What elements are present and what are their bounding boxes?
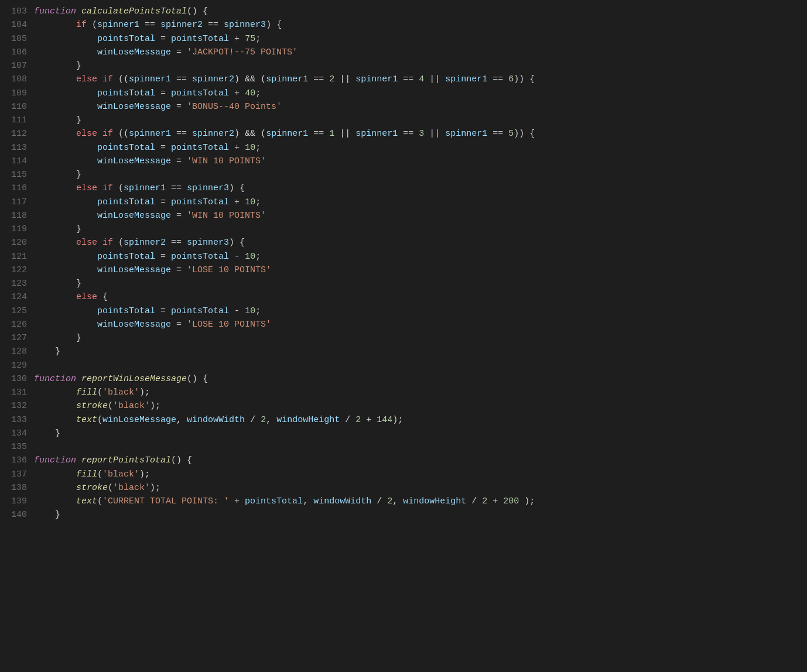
line-number: 105 xyxy=(7,32,27,46)
line-number: 136 xyxy=(7,454,27,467)
line-number: 118 xyxy=(7,209,27,222)
code-line: function reportWinLoseMessage() { xyxy=(34,372,795,386)
line-number: 135 xyxy=(7,440,27,454)
line-number: 106 xyxy=(7,46,27,59)
code-line: text('CURRENT TOTAL POINTS: ' + pointsTo… xyxy=(34,495,795,508)
code-line: } xyxy=(34,331,795,345)
line-number: 119 xyxy=(7,222,27,236)
line-number: 120 xyxy=(7,236,27,249)
line-number: 121 xyxy=(7,250,27,263)
code-line: winLoseMessage = 'BONUS--40 Points' xyxy=(34,100,795,114)
code-line: winLoseMessage = 'WIN 10 POINTS' xyxy=(34,155,795,168)
code-line: } xyxy=(34,508,795,522)
code-line: else if (spinner2 == spinner3) { xyxy=(34,236,795,249)
code-line: pointsTotal = pointsTotal + 10; xyxy=(34,196,795,209)
line-number: 124 xyxy=(7,290,27,304)
line-number: 114 xyxy=(7,155,27,168)
code-line xyxy=(34,359,795,372)
line-number: 104 xyxy=(7,18,27,32)
line-number: 113 xyxy=(7,141,27,155)
code-line: if (spinner1 == spinner2 == spinner3) { xyxy=(34,18,795,32)
line-number: 107 xyxy=(7,59,27,73)
code-line: else if ((spinner1 == spinner2) && (spin… xyxy=(34,73,795,86)
line-number: 133 xyxy=(7,413,27,427)
code-line: pointsTotal = pointsTotal - 10; xyxy=(34,250,795,263)
line-number: 127 xyxy=(7,331,27,345)
code-line: pointsTotal = pointsTotal - 10; xyxy=(34,304,795,318)
code-line: } xyxy=(34,114,795,127)
line-number: 122 xyxy=(7,263,27,277)
code-line: function calculatePointsTotal() { xyxy=(34,5,795,18)
code-line: } xyxy=(34,277,795,290)
code-line: } xyxy=(34,222,795,236)
line-number: 132 xyxy=(7,399,27,413)
line-number: 112 xyxy=(7,127,27,140)
line-number: 123 xyxy=(7,277,27,290)
line-number: 140 xyxy=(7,508,27,522)
line-number: 126 xyxy=(7,318,27,331)
line-number: 137 xyxy=(7,468,27,481)
line-number: 117 xyxy=(7,196,27,209)
code-line: text(winLoseMessage, windowWidth / 2, wi… xyxy=(34,413,795,427)
code-line: fill('black'); xyxy=(34,468,795,481)
code-line: function reportPointsTotal() { xyxy=(34,454,795,467)
code-line: pointsTotal = pointsTotal + 10; xyxy=(34,141,795,155)
code-line: else { xyxy=(34,290,795,304)
line-number: 125 xyxy=(7,304,27,318)
line-number: 129 xyxy=(7,359,27,372)
code-line: } xyxy=(34,345,795,358)
line-number: 128 xyxy=(7,345,27,358)
code-line: } xyxy=(34,168,795,181)
code-editor: 1031041051061071081091101111121131141151… xyxy=(0,0,807,527)
line-numbers: 1031041051061071081091101111121131141151… xyxy=(0,5,34,522)
code-line: } xyxy=(34,427,795,440)
line-number: 130 xyxy=(7,372,27,386)
line-number: 116 xyxy=(7,181,27,195)
line-number: 103 xyxy=(7,5,27,18)
code-line: } xyxy=(34,59,795,73)
code-content: function calculatePointsTotal() { if (sp… xyxy=(34,5,807,522)
line-number: 134 xyxy=(7,427,27,440)
code-line: winLoseMessage = 'LOSE 10 POINTS' xyxy=(34,263,795,277)
code-line: fill('black'); xyxy=(34,386,795,399)
code-line: pointsTotal = pointsTotal + 40; xyxy=(34,87,795,100)
code-line: else if (spinner1 == spinner3) { xyxy=(34,181,795,195)
code-line: stroke('black'); xyxy=(34,481,795,495)
line-number: 138 xyxy=(7,481,27,495)
line-number: 110 xyxy=(7,100,27,114)
line-number: 131 xyxy=(7,386,27,399)
code-line: winLoseMessage = 'JACKPOT!--75 POINTS' xyxy=(34,46,795,59)
code-line: winLoseMessage = 'LOSE 10 POINTS' xyxy=(34,318,795,331)
code-line: stroke('black'); xyxy=(34,399,795,413)
code-line: winLoseMessage = 'WIN 10 POINTS' xyxy=(34,209,795,222)
line-number: 111 xyxy=(7,114,27,127)
line-number: 109 xyxy=(7,87,27,100)
code-line: pointsTotal = pointsTotal + 75; xyxy=(34,32,795,46)
line-number: 108 xyxy=(7,73,27,86)
code-line: else if ((spinner1 == spinner2) && (spin… xyxy=(34,127,795,140)
code-line xyxy=(34,440,795,454)
line-number: 115 xyxy=(7,168,27,181)
line-number: 139 xyxy=(7,495,27,508)
